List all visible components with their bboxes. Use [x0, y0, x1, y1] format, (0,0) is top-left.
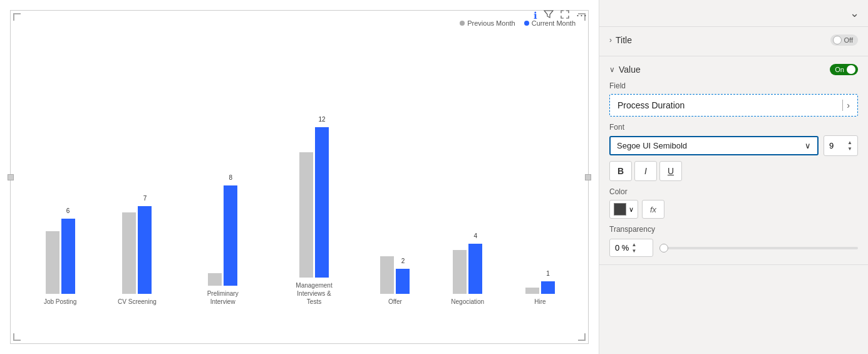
transparency-slider-thumb[interactable]: [659, 244, 668, 252]
chart-toolbar: ℹ ···: [529, 6, 592, 24]
title-toggle-off[interactable]: Off: [830, 34, 858, 46]
value-section-header: ∨ Value On: [609, 64, 858, 75]
bar-value-6: 1: [546, 270, 550, 277]
bar-curr-6: 1: [541, 281, 555, 294]
toggle-circle-on: [847, 65, 855, 74]
bar-pair-4: 2: [380, 256, 410, 294]
bar-pair-0: 6: [46, 219, 75, 294]
bar-value-3: 12: [318, 116, 325, 123]
font-dropdown[interactable]: Segoe UI Semibold ∨: [609, 136, 819, 155]
transparency-value: 0 %: [615, 243, 629, 252]
legend-dot-previous: [460, 21, 465, 26]
info-icon[interactable]: ℹ: [534, 10, 537, 21]
bar-value-4: 2: [401, 258, 405, 264]
bar-prev-3: [299, 152, 313, 278]
transparency-pct-box[interactable]: 0 % ▲ ▼: [609, 239, 653, 257]
bar-value-1: 7: [143, 195, 147, 202]
value-section-label: Value: [619, 65, 641, 75]
bar-pair-5: 4: [453, 244, 482, 294]
title-section: › Title Off: [599, 27, 868, 56]
font-row: Segoe UI Semibold ∨ 9 ▲ ▼: [609, 135, 858, 156]
corner-bl: [13, 333, 21, 341]
bar-pair-2: 8: [208, 185, 237, 286]
bar-group-3: 12Management Interviews & Tests: [289, 127, 339, 306]
bar-caption-5: Negociation: [451, 298, 484, 306]
bar-pair-6: 1: [525, 281, 555, 294]
title-section-header: › Title Off: [609, 34, 858, 46]
field-divider: [842, 100, 843, 111]
field-box[interactable]: Process Duration ›: [609, 94, 858, 117]
transparency-slider-track[interactable]: [659, 247, 858, 249]
font-size-box[interactable]: 9 ▲ ▼: [824, 135, 858, 156]
bar-prev-6: [525, 288, 539, 294]
bar-caption-6: Hire: [534, 298, 545, 306]
bar-curr-4: 2: [396, 269, 410, 294]
toggle-circle-off: [833, 36, 842, 44]
title-section-title-row[interactable]: › Title: [609, 35, 632, 45]
transparency-spinner-up[interactable]: ▲: [631, 242, 636, 247]
transparency-label: Transparency: [609, 225, 858, 234]
bold-button[interactable]: B: [609, 161, 632, 181]
field-value-text: Process Duration: [617, 100, 685, 110]
transparency-row: 0 % ▲ ▼: [609, 239, 858, 257]
color-swatch-box[interactable]: ∨: [609, 200, 638, 219]
title-section-label: Title: [616, 35, 632, 45]
fx-button[interactable]: fx: [642, 200, 664, 219]
bar-prev-4: [380, 256, 394, 294]
value-section: ∨ Value On Field Process Duration › Font: [599, 56, 868, 265]
expand-icon[interactable]: [560, 9, 570, 22]
handle-right[interactable]: [585, 174, 591, 180]
transparency-section: Transparency 0 % ▲ ▼: [609, 225, 858, 257]
italic-button[interactable]: I: [634, 161, 657, 181]
chart-container: Previous Month Current Month 6Job Postin…: [10, 10, 589, 344]
color-label: Color: [609, 187, 858, 196]
bar-group-2: 8Preliminary Interview: [198, 185, 248, 306]
bar-pair-3: 12: [299, 127, 329, 278]
bar-value-5: 4: [473, 232, 477, 239]
panel-top-bar: ⌄: [599, 0, 868, 27]
font-label: Font: [609, 123, 858, 132]
bar-curr-5: 4: [468, 244, 482, 294]
right-panel: ⌄ › Title Off ∨ Value On: [599, 0, 868, 354]
font-dropdown-chevron: ∨: [805, 141, 811, 150]
format-row: B I U: [609, 161, 858, 181]
font-name-text: Segoe UI Semibold: [617, 141, 687, 150]
bar-group-0: 6Job Posting: [44, 219, 76, 306]
value-section-title-row[interactable]: ∨ Value: [609, 65, 641, 75]
bar-prev-2: [208, 273, 222, 286]
bar-group-6: 1Hire: [525, 281, 555, 306]
bar-curr-0: 6: [61, 219, 75, 294]
bar-caption-3: Management Interviews & Tests: [289, 281, 339, 306]
value-toggle-label: On: [835, 66, 844, 73]
handle-left[interactable]: [8, 174, 14, 180]
value-toggle-on[interactable]: On: [830, 64, 858, 75]
value-chevron-icon: ∨: [609, 65, 615, 74]
more-icon[interactable]: ···: [576, 9, 587, 22]
bar-caption-0: Job Posting: [44, 298, 76, 306]
corner-tl: [13, 13, 21, 21]
bars-area: 6Job Posting7CV Screening8Preliminary In…: [23, 36, 576, 306]
underline-button[interactable]: U: [659, 161, 682, 181]
corner-br: [578, 333, 586, 341]
spinner-down[interactable]: ▼: [847, 146, 852, 152]
spinner-up[interactable]: ▲: [847, 140, 852, 145]
bar-caption-4: Offer: [388, 298, 402, 306]
transparency-spinners[interactable]: ▲ ▼: [631, 242, 636, 254]
legend-previous: Previous Month: [460, 19, 515, 27]
bar-curr-1: 7: [138, 206, 152, 294]
value-font-section: Field Process Duration › Font Segoe UI S…: [609, 81, 858, 257]
bar-curr-3: 12: [315, 127, 329, 278]
color-dropdown-chevron: ∨: [629, 206, 634, 214]
field-label: Field: [609, 81, 858, 90]
field-arrow-icon[interactable]: ›: [847, 100, 850, 110]
transparency-spinner-down[interactable]: ▼: [631, 248, 636, 254]
font-size-value: 9: [829, 141, 834, 150]
panel-down-chevron[interactable]: ⌄: [847, 4, 862, 23]
font-size-spinners[interactable]: ▲ ▼: [847, 140, 852, 152]
legend-label-previous: Previous Month: [467, 19, 515, 27]
color-swatch: [614, 203, 626, 216]
bar-caption-1: CV Screening: [118, 298, 157, 306]
bar-value-0: 6: [66, 207, 70, 214]
bar-prev-1: [122, 212, 136, 294]
filter-icon[interactable]: [544, 9, 554, 22]
